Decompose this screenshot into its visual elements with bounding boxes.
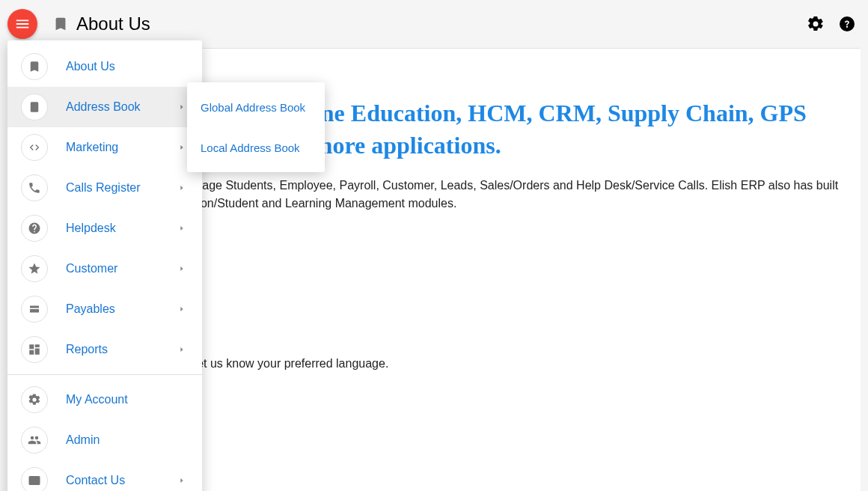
chevron-right-icon xyxy=(178,144,186,151)
gear-icon xyxy=(807,15,825,33)
sidebar-item-customer[interactable]: Customer xyxy=(7,248,202,289)
help-button[interactable] xyxy=(838,15,856,33)
bookmark-icon xyxy=(21,53,48,80)
menu-icon xyxy=(14,16,31,32)
sidebar-item-marketing[interactable]: Marketing xyxy=(7,127,202,168)
chevron-right-icon xyxy=(178,265,186,272)
chevron-right-icon xyxy=(178,184,186,192)
dashboard-icon xyxy=(21,336,48,363)
chevron-right-icon xyxy=(178,103,186,111)
people-icon xyxy=(21,427,48,454)
sidebar-item-payables[interactable]: Payables xyxy=(7,289,202,329)
settings-icon xyxy=(21,386,48,413)
help-icon xyxy=(838,15,856,33)
contacts-icon xyxy=(21,94,48,121)
chevron-right-icon xyxy=(178,477,186,484)
sidebar-item-label: Marketing xyxy=(66,141,118,154)
sidebar-item-label: My Account xyxy=(66,393,128,406)
sidebar-item-admin[interactable]: Admin xyxy=(7,420,202,460)
chevron-right-icon xyxy=(178,305,186,313)
payment-icon xyxy=(21,296,48,323)
sidebar-item-label: Reports xyxy=(66,343,108,356)
sidebar-item-label: Payables xyxy=(66,302,115,316)
submenu-item-global-address-book[interactable]: Global Address Book xyxy=(187,87,325,127)
menu-button[interactable] xyxy=(7,9,37,39)
sidebar-item-address-book[interactable]: Address Book xyxy=(7,87,202,127)
chevron-right-icon xyxy=(178,225,186,232)
sidebar-item-label: Helpdesk xyxy=(66,222,116,235)
help-icon xyxy=(21,215,48,242)
bookmark-icon xyxy=(52,16,69,32)
submenu-item-label: Local Address Book xyxy=(201,141,300,154)
sidebar-separator xyxy=(7,374,202,375)
address-book-submenu: Global Address BookLocal Address Book xyxy=(187,82,325,172)
sidebar-item-label: Calls Register xyxy=(66,181,141,195)
sidebar-item-helpdesk[interactable]: Helpdesk xyxy=(7,208,202,248)
star-icon xyxy=(21,255,48,282)
sidebar-item-label: About Us xyxy=(66,60,115,73)
submenu-item-local-address-book[interactable]: Local Address Book xyxy=(187,127,325,168)
chevron-right-icon xyxy=(178,346,186,353)
main-menu: About UsAddress BookMarketingCalls Regis… xyxy=(7,40,202,491)
sidebar-item-reports[interactable]: Reports xyxy=(7,329,202,370)
sidebar-item-about-us[interactable]: About Us xyxy=(7,46,202,87)
sidebar-item-label: Contact Us xyxy=(66,474,125,487)
sidebar-item-contact-us[interactable]: Contact Us xyxy=(7,460,202,491)
sidebar-item-label: Address Book xyxy=(66,100,141,114)
sidebar-item-label: Customer xyxy=(66,262,117,275)
sidebar-item-calls-register[interactable]: Calls Register xyxy=(7,168,202,208)
sidebar-item-my-account[interactable]: My Account xyxy=(7,379,202,420)
phone-icon xyxy=(21,174,48,201)
mail-icon xyxy=(21,467,48,491)
page-title: About Us xyxy=(76,13,150,34)
code-icon xyxy=(21,134,48,161)
settings-button[interactable] xyxy=(807,15,825,33)
submenu-item-label: Global Address Book xyxy=(201,101,305,114)
sidebar-item-label: Admin xyxy=(66,433,100,447)
